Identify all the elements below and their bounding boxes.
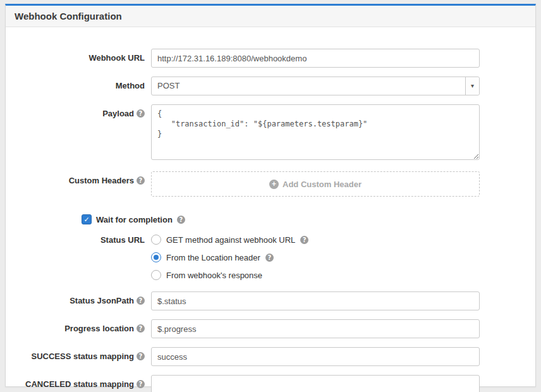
radio-selected-icon[interactable] <box>151 252 161 262</box>
webhook-url-label: Webhook URL <box>6 49 151 63</box>
help-icon[interactable]: ? <box>137 352 145 360</box>
radio-option-label: GET method against webhook URL <box>166 235 295 245</box>
method-row: Method POST ▾ <box>6 77 535 95</box>
canceled-mapping-input[interactable] <box>151 375 480 392</box>
add-custom-header-label: Add Custom Header <box>283 180 362 189</box>
radio-option-get-method[interactable]: GET method against webhook URL? <box>151 235 480 245</box>
radio-option-label: From the Location header <box>166 253 260 262</box>
webhook-url-input[interactable] <box>151 49 480 68</box>
radio-unselected-icon[interactable] <box>151 270 161 280</box>
progress-location-input[interactable] <box>151 319 480 338</box>
success-mapping-row: SUCCESS status mapping? <box>6 347 535 366</box>
radio-option-webhook-response[interactable]: From webhook's response <box>151 270 480 280</box>
wait-for-completion-label: Wait for completion <box>96 215 173 224</box>
status-jsonpath-row: Status JsonPath? <box>6 291 535 310</box>
help-icon[interactable]: ? <box>177 216 185 224</box>
status-jsonpath-label: Status JsonPath <box>70 296 134 305</box>
webhook-configuration-panel: Webhook Configuration Webhook URL Method… <box>5 4 536 387</box>
wait-for-completion-checkbox[interactable]: ✓ <box>82 214 92 224</box>
status-url-label: Status URL <box>6 235 151 245</box>
method-select[interactable]: POST ▾ <box>151 77 480 95</box>
canceled-mapping-row: CANCELED status mapping? <box>6 375 535 392</box>
help-icon[interactable]: ? <box>137 380 145 388</box>
status-url-row: Status URL GET method against webhook UR… <box>6 235 535 283</box>
custom-headers-row: Custom Headers? + Add Custom Header <box>6 171 535 197</box>
help-icon[interactable]: ? <box>265 254 274 262</box>
custom-headers-label: Custom Headers <box>69 176 134 185</box>
radio-unselected-icon[interactable] <box>151 235 161 245</box>
help-icon[interactable]: ? <box>137 324 145 333</box>
help-icon[interactable]: ? <box>137 109 145 118</box>
status-jsonpath-input[interactable] <box>151 291 480 310</box>
method-label: Method <box>6 77 151 90</box>
success-mapping-label: SUCCESS status mapping <box>31 352 134 361</box>
payload-textarea[interactable]: { "transaction_id": "${parameters.testpa… <box>151 104 480 160</box>
progress-location-label: Progress location <box>64 324 134 333</box>
help-icon[interactable]: ? <box>137 176 145 185</box>
plus-icon: + <box>269 180 279 189</box>
webhook-form: Webhook URL Method POST ▾ Payload? { "tr… <box>6 27 535 392</box>
wait-for-completion-row: ✓ Wait for completion? <box>82 214 535 224</box>
radio-option-location-header[interactable]: From the Location header? <box>151 252 480 262</box>
chevron-down-icon[interactable]: ▾ <box>465 77 479 95</box>
success-mapping-input[interactable] <box>151 347 480 366</box>
help-icon[interactable]: ? <box>137 297 145 305</box>
panel-title: Webhook Configuration <box>6 6 535 27</box>
canceled-mapping-label: CANCELED status mapping <box>25 379 134 389</box>
add-custom-header-button[interactable]: + Add Custom Header <box>151 171 480 197</box>
webhook-url-row: Webhook URL <box>6 49 535 68</box>
help-icon[interactable]: ? <box>300 236 308 244</box>
progress-location-row: Progress location? <box>6 319 535 338</box>
radio-option-label: From webhook's response <box>166 271 262 280</box>
payload-label: Payload <box>102 109 134 118</box>
payload-row: Payload? { "transaction_id": "${paramete… <box>6 104 535 162</box>
method-selected-value: POST <box>157 81 179 90</box>
